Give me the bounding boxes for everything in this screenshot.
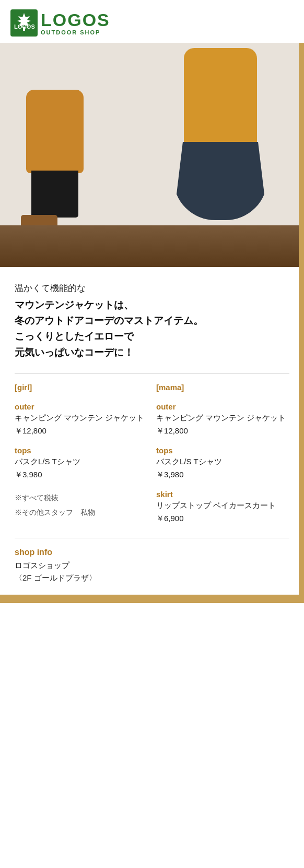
girl-notes-section: ※すべて税抜 ※その他スタッフ 私物: [15, 490, 148, 519]
mama-outer-section: outer キャンピング マウンテン ジャケット ￥12,800: [156, 402, 289, 437]
girl-outer-name: キャンピング マウンテン ジャケット: [15, 412, 148, 424]
logo-leaf-icon: LOGOS: [10, 9, 38, 37]
hero-floor: [0, 225, 304, 267]
mama-skirt-section: skirt リップストップ ベイカースカート ￥6,900: [156, 490, 289, 524]
girl-tops-label: tops: [15, 446, 148, 455]
figure-girl: [16, 74, 99, 231]
content: 温かくて機能的な マウンテンジャケットは、 冬のアウトドアコーデのマストアイテム…: [0, 267, 304, 595]
hero-image: [0, 43, 304, 267]
girl-note1: ※すべて税抜: [15, 492, 148, 504]
girl-column: [girl] outer キャンピング マウンテン ジャケット ￥12,800 …: [15, 383, 148, 534]
bottom-bar: [0, 595, 304, 603]
girl-outer-label: outer: [15, 402, 148, 411]
mama-outer-name: キャンピング マウンテン ジャケット: [156, 412, 289, 424]
content-wrapper: 温かくて機能的な マウンテンジャケットは、 冬のアウトドアコーデのマストアイテム…: [0, 267, 304, 595]
mama-skirt: [173, 142, 267, 220]
page-wrapper: LOGOS LOGOS OUTDOOR SHOP: [0, 0, 304, 603]
girl-tops-price: ￥3,980: [15, 469, 148, 481]
mama-outer-price: ￥12,800: [156, 425, 289, 437]
girl-note2: ※その他スタッフ 私物: [15, 507, 148, 519]
shop-location: 〈2F ゴールドプラザ〉: [15, 572, 289, 584]
mama-tops-label: tops: [156, 446, 289, 455]
desc-line1: 温かくて機能的な: [15, 282, 289, 295]
mama-outer-label: outer: [156, 402, 289, 411]
mama-tops-price: ￥3,980: [156, 469, 289, 481]
girl-jacket: [26, 90, 84, 173]
mama-header-section: [mama]: [156, 383, 289, 393]
desc-line2: マウンテンジャケットは、: [15, 297, 289, 313]
divider-top: [15, 373, 289, 373]
mama-skirt-price: ￥6,900: [156, 513, 289, 525]
side-accent-right: [299, 43, 304, 267]
mama-skirt-name: リップストップ ベイカースカート: [156, 500, 289, 512]
mama-column: [mama] outer キャンピング マウンテン ジャケット ￥12,800 …: [156, 383, 289, 534]
mama-jacket: [184, 48, 257, 152]
shop-type: OUTDOOR SHOP: [41, 30, 110, 35]
girl-outer-price: ￥12,800: [15, 425, 148, 437]
logo-text-block: LOGOS OUTDOOR SHOP: [41, 11, 110, 35]
description: 温かくて機能的な マウンテンジャケットは、 冬のアウトドアコーデのマストアイテム…: [15, 282, 289, 360]
mama-tops-section: tops バスクL/S Tシャツ ￥3,980: [156, 446, 289, 480]
girl-tops-section: tops バスクL/S Tシャツ ￥3,980: [15, 446, 148, 480]
shop-info-label: shop info: [15, 548, 289, 557]
girl-outer-section: outer キャンピング マウンテン ジャケット ￥12,800: [15, 402, 148, 437]
desc-line5: 元気いっぱいなコーデに！: [15, 345, 289, 360]
shop-info-section: shop info ロゴスショップ 〈2F ゴールドプラザ〉: [15, 538, 289, 584]
desc-line3: 冬のアウトドアコーデのマストアイテム。: [15, 313, 289, 329]
mama-skirt-label: skirt: [156, 490, 289, 499]
content-right-accent: [299, 267, 304, 595]
product-columns: [girl] outer キャンピング マウンテン ジャケット ￥12,800 …: [15, 383, 289, 534]
girl-column-header: [girl]: [15, 383, 148, 392]
logo-container: LOGOS LOGOS OUTDOOR SHOP: [10, 9, 110, 37]
svg-rect-1: [23, 27, 25, 31]
header: LOGOS LOGOS OUTDOOR SHOP: [0, 0, 304, 43]
brand-name: LOGOS: [41, 11, 110, 29]
mama-column-header: [mama]: [156, 383, 289, 392]
girl-tops-name: バスクL/S Tシャツ: [15, 456, 148, 468]
desc-line4: こっくりとしたイエローで: [15, 329, 289, 344]
girl-header-section: [girl]: [15, 383, 148, 393]
figure-mama: [168, 43, 273, 231]
mama-tops-name: バスクL/S Tシャツ: [156, 456, 289, 468]
shop-name: ロゴスショップ: [15, 559, 289, 572]
girl-legs: [31, 171, 78, 218]
